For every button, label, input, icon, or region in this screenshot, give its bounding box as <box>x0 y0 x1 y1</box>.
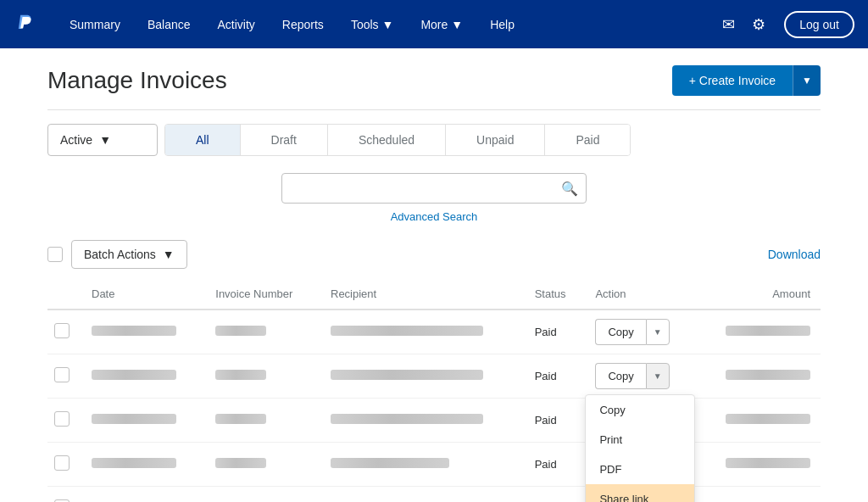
invoice-number-value <box>215 414 266 424</box>
row-checkbox[interactable] <box>54 323 70 338</box>
batch-actions-caret: ▼ <box>163 248 175 261</box>
action-caret-button[interactable]: ▼ <box>646 319 670 345</box>
row-checkbox[interactable] <box>54 411 70 427</box>
dropdown-item-print[interactable]: Print <box>586 425 694 455</box>
invoice-table: Date Invoice Number Recipient Status Act… <box>47 279 821 502</box>
create-invoice-group: + Create Invoice ▼ <box>672 65 821 96</box>
search-section: 🔍 Advanced Search <box>47 156 821 230</box>
nav-help[interactable]: Help <box>478 11 526 38</box>
main-content: Manage Invoices + Create Invoice ▼ Activ… <box>27 48 841 502</box>
date-value <box>92 458 176 468</box>
create-invoice-button[interactable]: + Create Invoice <box>672 65 793 96</box>
status-value: Paid <box>525 487 586 503</box>
messages-icon[interactable]: ✉ <box>717 10 740 39</box>
table-row: Paid Copy ▼ Copy Print PDF Shar <box>47 354 821 399</box>
nav-activity[interactable]: Activity <box>206 11 267 38</box>
recipient-value <box>331 326 483 336</box>
page-header: Manage Invoices + Create Invoice ▼ <box>47 48 821 109</box>
tab-all[interactable]: All <box>165 125 241 155</box>
th-status: Status <box>525 279 586 310</box>
search-icon: 🔍 <box>561 181 578 197</box>
table-row: Paid Copy ▼ <box>47 310 821 354</box>
amount-value <box>726 326 810 336</box>
action-copy-button[interactable]: Copy <box>595 363 645 389</box>
create-invoice-caret[interactable]: ▼ <box>793 65 821 96</box>
nav-summary[interactable]: Summary <box>58 11 132 38</box>
status-value: Paid <box>525 310 586 354</box>
tab-draft[interactable]: Draft <box>241 125 328 155</box>
action-dropdown-menu: Copy Print PDF Share link <box>585 394 695 502</box>
navbar: Summary Balance Activity Reports Tools ▼… <box>0 0 868 48</box>
table-header-row: Date Invoice Number Recipient Status Act… <box>47 279 821 310</box>
search-wrap: 🔍 <box>281 173 587 204</box>
row-checkbox[interactable] <box>54 367 70 382</box>
nav-icons: ✉ ⚙ Log out <box>717 10 854 39</box>
nav-more[interactable]: More ▼ <box>409 11 475 38</box>
tab-paid[interactable]: Paid <box>545 125 630 155</box>
dropdown-item-pdf[interactable]: PDF <box>586 455 694 484</box>
filter-section: Active ▼ All Draft Scheduled Unpaid Paid <box>47 110 821 156</box>
th-invoice-number: Invoice Number <box>205 279 320 310</box>
tab-unpaid[interactable]: Unpaid <box>446 125 545 155</box>
action-caret-button[interactable]: ▼ <box>646 363 670 389</box>
filter-dropdown-label: Active <box>60 133 92 147</box>
dropdown-item-copy[interactable]: Copy <box>586 395 694 425</box>
table-section: Batch Actions ▼ Download Date Invoice Nu… <box>47 230 821 502</box>
th-date: Date <box>81 279 205 310</box>
table-row: Paid Copy ▼ <box>47 443 821 487</box>
recipient-value <box>331 458 449 468</box>
status-value: Paid <box>525 354 586 399</box>
dropdown-item-share-link[interactable]: Share link <box>586 484 694 502</box>
logout-button[interactable]: Log out <box>784 11 854 38</box>
advanced-search-link[interactable]: Advanced Search <box>391 210 478 223</box>
paypal-logo[interactable] <box>14 11 37 37</box>
status-value: Paid <box>525 399 586 443</box>
table-row: Paid Copy ▼ <box>47 487 821 503</box>
table-row: Paid Copy ▼ <box>47 399 821 443</box>
th-amount: Amount <box>697 279 821 310</box>
th-action: Action <box>585 279 696 310</box>
table-toolbar: Batch Actions ▼ Download <box>47 240 821 269</box>
filter-dropdown[interactable]: Active ▼ <box>47 124 158 156</box>
toolbar-left: Batch Actions ▼ <box>47 240 187 269</box>
search-input[interactable] <box>281 173 587 204</box>
date-value <box>92 370 176 380</box>
nav-balance[interactable]: Balance <box>136 11 203 38</box>
invoice-number-value <box>215 326 266 336</box>
recipient-value <box>331 370 483 380</box>
filter-tabs: Active ▼ All Draft Scheduled Unpaid Paid <box>47 124 821 156</box>
batch-actions-dropdown[interactable]: Batch Actions ▼ <box>71 240 187 269</box>
recipient-value <box>331 414 483 424</box>
date-value <box>92 326 176 336</box>
settings-icon[interactable]: ⚙ <box>747 10 771 39</box>
amount-value <box>726 458 810 468</box>
th-checkbox <box>47 279 81 310</box>
row-checkbox[interactable] <box>54 455 70 471</box>
action-copy-button[interactable]: Copy <box>595 319 645 345</box>
select-all-checkbox[interactable] <box>47 247 63 262</box>
action-group: Copy ▼ <box>595 319 669 345</box>
th-recipient: Recipient <box>320 279 525 310</box>
page-title: Manage Invoices <box>47 67 227 94</box>
download-link[interactable]: Download <box>768 248 821 261</box>
invoice-number-value <box>215 458 266 468</box>
nav-tools[interactable]: Tools ▼ <box>339 11 406 38</box>
nav-reports[interactable]: Reports <box>270 11 336 38</box>
action-group: Copy ▼ <box>595 363 669 389</box>
amount-value <box>726 370 810 380</box>
filter-dropdown-caret: ▼ <box>99 133 111 147</box>
tab-group: All Draft Scheduled Unpaid Paid <box>164 124 631 156</box>
batch-actions-label: Batch Actions <box>84 248 156 261</box>
amount-value <box>726 414 810 424</box>
date-value <box>92 414 176 424</box>
tab-scheduled[interactable]: Scheduled <box>328 125 446 155</box>
invoice-number-value <box>215 370 266 380</box>
status-value: Paid <box>525 443 586 487</box>
